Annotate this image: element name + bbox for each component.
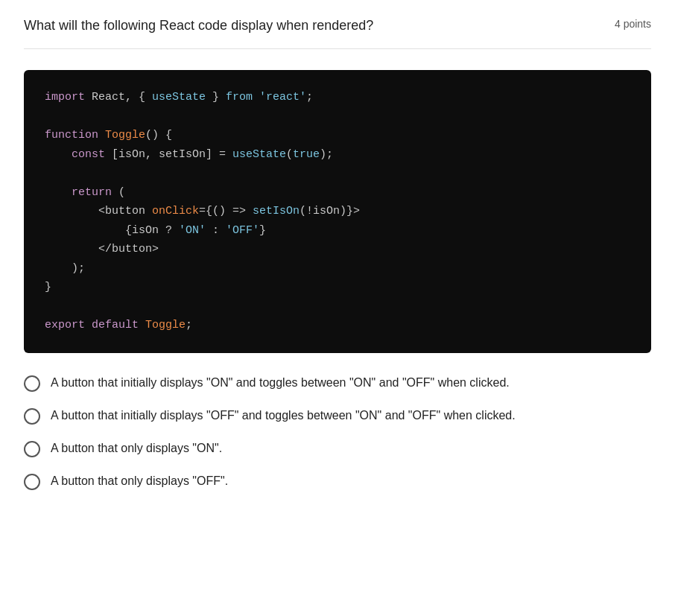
code-line-11: } bbox=[45, 278, 630, 297]
option-item-3: A button that only displays "ON". bbox=[24, 439, 651, 457]
code-line-blank-3 bbox=[45, 297, 630, 317]
question-header: What will the following React code displ… bbox=[24, 18, 651, 34]
code-line-6: return ( bbox=[45, 183, 630, 203]
code-line-10: ); bbox=[45, 259, 630, 279]
code-line-3: function Toggle() { bbox=[45, 126, 630, 145]
option-item-4: A button that only displays "OFF". bbox=[24, 472, 651, 490]
code-line-7: <button onClick={() => setIsOn(!isOn)}> bbox=[45, 202, 630, 221]
code-line-4: const [isOn, setIsOn] = useState(true); bbox=[45, 145, 630, 165]
question-text: What will the following React code displ… bbox=[24, 18, 373, 34]
divider bbox=[24, 48, 651, 49]
radio-option-2[interactable] bbox=[24, 408, 40, 425]
option-text-2: A button that initially displays "OFF" a… bbox=[51, 407, 516, 425]
code-line-blank-1 bbox=[45, 107, 630, 127]
code-line-13: export default Toggle; bbox=[45, 316, 630, 335]
radio-option-3[interactable] bbox=[24, 441, 40, 457]
code-line-8: {isOn ? 'ON' : 'OFF'} bbox=[45, 221, 630, 241]
radio-option-4[interactable] bbox=[24, 474, 40, 490]
option-item-1: A button that initially displays "ON" an… bbox=[24, 374, 651, 392]
radio-option-1[interactable] bbox=[24, 375, 40, 392]
code-line-1: import React, { useState } from 'react'; bbox=[45, 88, 630, 107]
option-text-1: A button that initially displays "ON" an… bbox=[51, 374, 510, 392]
code-block: import React, { useState } from 'react';… bbox=[24, 70, 651, 353]
option-item-2: A button that initially displays "OFF" a… bbox=[24, 407, 651, 425]
code-line-9: </button> bbox=[45, 240, 630, 259]
option-text-3: A button that only displays "ON". bbox=[51, 439, 222, 457]
options-list: A button that initially displays "ON" an… bbox=[24, 374, 651, 490]
option-text-4: A button that only displays "OFF". bbox=[51, 472, 228, 490]
code-line-blank-2 bbox=[45, 164, 630, 183]
points-badge: 4 points bbox=[615, 18, 651, 30]
